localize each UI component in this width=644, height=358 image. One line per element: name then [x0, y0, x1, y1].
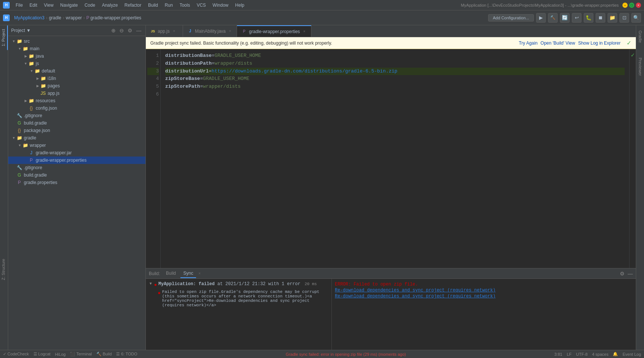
menu-build[interactable]: Build [145, 2, 161, 9]
folder-button[interactable]: 📁 [608, 13, 617, 23]
tree-item[interactable]: J gradle-wrapper.jar [8, 149, 145, 157]
breadcrumb-project[interactable]: MyApplication3 [14, 15, 44, 20]
stop-button[interactable]: ⏹ [596, 13, 605, 23]
build-tree: ▼ ● MyApplication: failed at 2021/1/12 2… [146, 279, 332, 350]
search-button[interactable]: 🔍 [631, 13, 641, 23]
breadcrumb-gradle[interactable]: gradle [49, 15, 61, 20]
open-build-link[interactable]: Open 'Build' View [541, 41, 575, 46]
menu-tools[interactable]: Tools [177, 2, 193, 9]
event-log[interactable]: Event Log [622, 352, 641, 357]
encoding[interactable]: UTF-8 [576, 352, 587, 357]
indent-size[interactable]: 4 spaces [592, 352, 608, 357]
try-again-link[interactable]: Try Again [519, 41, 538, 46]
run-button[interactable]: ▶ [536, 13, 546, 23]
redownload-link-1[interactable]: Re-download dependencies and sync projec… [335, 288, 633, 293]
hilog-tab[interactable]: HiLog [55, 352, 66, 357]
build-main-item[interactable]: ▼ ● MyApplication: failed at 2021/1/12 2… [147, 280, 330, 288]
tree-item[interactable]: JS app.js [8, 90, 145, 97]
menu-help[interactable]: Help [232, 2, 247, 9]
tree-item[interactable]: ▼ 📁 wrapper [8, 142, 145, 149]
bottom-tab-build[interactable]: Build [163, 269, 179, 278]
tree-item[interactable]: G build.gradle [8, 171, 145, 179]
tab-gradle-wrapper-close[interactable]: × [302, 29, 307, 34]
left-vertical-tabs: 1: Project Z: Structure [0, 25, 8, 350]
tree-item[interactable]: {} package.json [8, 127, 145, 134]
tree-item[interactable]: {} config.json [8, 104, 145, 112]
tree-item[interactable]: 🔧 .gitignore [8, 112, 145, 119]
tree-item[interactable]: ▼ 📁 js [8, 60, 145, 67]
build-error-item[interactable]: ● Failed to open zip file.Gradle's depen… [147, 288, 330, 309]
tab-mainability[interactable]: J MainAbility.java × [183, 25, 237, 37]
minimize-button[interactable]: − [622, 3, 628, 8]
show-log-link[interactable]: Show Log in Explorer [578, 41, 621, 46]
tree-label: gradle.properties [24, 180, 57, 185]
tree-item[interactable]: ▼ 📁 src [8, 38, 145, 45]
collapse-all-button[interactable]: ⊖ [118, 27, 125, 34]
tab-mainability-close[interactable]: × [228, 29, 232, 33]
menu-vcs[interactable]: VCS [194, 2, 209, 9]
tree-item[interactable]: ▶ 📁 java [8, 52, 145, 60]
maximize-button[interactable]: □ [629, 3, 634, 8]
tree-icon: J [28, 150, 34, 156]
minimize-panel-button[interactable]: — [135, 27, 142, 34]
menu-file[interactable]: File [13, 2, 26, 9]
tree-item[interactable]: 🔧 .gitignore [8, 164, 145, 171]
codecheck-tab[interactable]: ✓ CodeCheck [3, 352, 29, 357]
tab-appjs-close[interactable]: × [172, 29, 176, 33]
menu-view[interactable]: View [41, 2, 57, 9]
gradle-panel-tab[interactable]: Gradle [637, 27, 644, 46]
undo-button[interactable]: ↩ [572, 13, 581, 23]
menu-run[interactable]: Run [162, 2, 176, 9]
settings-button[interactable]: ⚙ [126, 27, 134, 34]
previewer-panel-tab[interactable]: Previewer [637, 54, 644, 80]
status-bar: ✓ CodeCheck ☰ Logcat HiLog ⬛ Terminal 🔨 … [0, 350, 644, 358]
menu-analyze[interactable]: Analyze [99, 2, 121, 9]
terminal-tab[interactable]: ⬛ Terminal [70, 352, 92, 357]
tree-item[interactable]: ▶ 📁 pages [8, 82, 145, 90]
tree-item[interactable]: ▼ 📁 main [8, 45, 145, 52]
build-button[interactable]: 🔨 [548, 13, 558, 23]
build-settings-icon[interactable]: ⚙ [620, 271, 625, 277]
line-ending[interactable]: LF [567, 352, 571, 357]
tree-item[interactable]: ▶ 📁 resources [8, 97, 145, 104]
cursor-position[interactable]: 3:81 [554, 352, 562, 357]
debug-button[interactable]: 🐛 [584, 13, 593, 23]
add-configuration-button[interactable]: Add Configuration... [488, 14, 534, 22]
tree-item[interactable]: G build.gradle [8, 119, 145, 127]
tree-item[interactable]: P gradle.properties [8, 179, 145, 186]
tree-arrow: ▼ [17, 143, 22, 147]
logcat-tab[interactable]: ☰ Logcat [33, 352, 51, 357]
collapse-icon[interactable]: ▼ [149, 281, 153, 286]
structure-tab[interactable]: Z: Structure [0, 255, 8, 284]
menu-refactor[interactable]: Refactor [122, 2, 144, 9]
menu-window[interactable]: Window [209, 2, 231, 9]
build-tab[interactable]: 🔨 Build [96, 352, 112, 357]
notifications-icon[interactable]: 🔔 [613, 352, 618, 357]
right-vertical-panels: Gradle Previewer [636, 25, 644, 350]
redownload-link-2[interactable]: Re-download dependencies and sync projec… [335, 294, 633, 299]
todo-tab[interactable]: ☰ 6: TODO [116, 352, 137, 357]
layout-button[interactable]: ⊡ [619, 13, 629, 23]
tree-item[interactable]: ▼ 📁 default [8, 67, 145, 75]
menu-edit[interactable]: Edit [26, 2, 40, 9]
sync-button[interactable]: 🔄 [560, 13, 570, 23]
breadcrumb-wrapper[interactable]: wrapper [66, 15, 82, 20]
build-minimize-icon[interactable]: — [628, 271, 633, 277]
menu-code[interactable]: Code [81, 2, 98, 9]
bottom-tab-sync[interactable]: Sync [180, 269, 196, 278]
tree-item[interactable]: ▼ 📁 gradle [8, 134, 145, 142]
tab-appjs[interactable]: JS app.js × [146, 25, 183, 37]
notification-close-icon[interactable]: ✓ [627, 39, 631, 46]
js-icon: JS [150, 29, 156, 34]
code-content[interactable]: distributionBase=GRADLE_USER_HOME distri… [161, 49, 629, 268]
tab-gradle-wrapper[interactable]: P gradle-wrapper.properties × [237, 25, 311, 37]
tree-item[interactable]: P gradle-wrapper.properties [8, 157, 145, 164]
sync-tab-close[interactable]: × [198, 271, 201, 275]
properties-icon: P [241, 29, 247, 34]
project-tab[interactable]: 1: Project [0, 25, 8, 50]
tree-arrow: ▼ [23, 62, 28, 65]
tree-item[interactable]: ▶ 📁 i18n [8, 75, 145, 82]
add-file-button[interactable]: ⊕ [110, 27, 117, 34]
close-button[interactable]: × [636, 3, 641, 8]
menu-navigate[interactable]: Navigate [57, 2, 81, 9]
